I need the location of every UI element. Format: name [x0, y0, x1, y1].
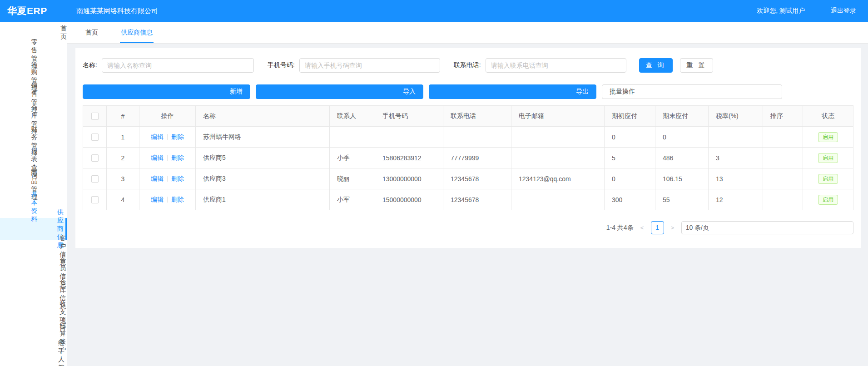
row-index: 4: [107, 189, 139, 210]
welcome-text: 欢迎您, 测试用户: [757, 7, 805, 15]
edit-link[interactable]: 编辑: [151, 175, 164, 182]
bell-icon[interactable]: [734, 7, 741, 15]
import-button-label: 导入: [403, 88, 416, 96]
add-button-label: 新增: [230, 88, 243, 96]
cell-begin-payable: 300: [605, 189, 655, 210]
cell-contact: 小军: [330, 189, 375, 210]
chevron-down-icon: [42, 67, 67, 86]
report-icon: [8, 153, 27, 174]
sidebar-subitem-label: 经手人管理: [58, 339, 67, 366]
page-size-select[interactable]: 10 条/页: [681, 221, 853, 234]
add-button[interactable]: 新增: [83, 84, 250, 99]
sidebar-subitem-handler[interactable]: 经手人管理: [0, 349, 67, 366]
row-checkbox[interactable]: [91, 154, 99, 162]
cell-end-payable: 55: [655, 189, 709, 210]
cell-begin-payable: 0: [605, 168, 655, 189]
cell-phone: 13000000000: [375, 168, 443, 189]
export-button-label: 导出: [576, 88, 589, 96]
column-header: 状态: [803, 106, 853, 127]
chevron-down-icon: [638, 24, 774, 160]
purchase-icon: [8, 66, 27, 87]
delete-link[interactable]: 删除: [171, 154, 184, 161]
divider: [167, 134, 168, 140]
row-checkbox[interactable]: [91, 196, 99, 203]
logout-button[interactable]: 退出登录: [820, 7, 856, 15]
cell-telephone: 12345678: [443, 189, 511, 210]
pagination: 1-4 共4条 < 1 > 10 条/页: [83, 221, 853, 234]
edit-link[interactable]: 编辑: [151, 154, 164, 161]
doc-icon: [17, 341, 54, 366]
prev-page-button[interactable]: <: [638, 224, 646, 231]
cell-email: [511, 189, 605, 210]
cell-email: 1234123@qq.com: [511, 168, 605, 189]
logout-icon: [820, 7, 828, 15]
next-page-button[interactable]: >: [669, 224, 677, 231]
sidebar-item-label: 首页: [60, 25, 67, 41]
bank-icon[interactable]: [710, 7, 718, 15]
status-badge: 启用: [818, 132, 838, 142]
row-checkbox[interactable]: [91, 175, 99, 183]
chevron-down-icon: [42, 176, 67, 195]
app-logo: 华夏ERP: [0, 5, 67, 17]
edit-link[interactable]: 编辑: [151, 133, 164, 140]
chevron-down-icon: [42, 132, 67, 151]
row-index: 3: [107, 168, 139, 189]
pagination-total: 1-4 共4条: [606, 224, 634, 232]
row-checkbox[interactable]: [91, 134, 99, 141]
delete-link[interactable]: 删除: [171, 196, 184, 203]
import-icon: [263, 24, 400, 160]
sale-icon: [8, 88, 27, 109]
company-name: 南通某某网络科技有限公司: [67, 7, 158, 15]
search-icon[interactable]: [687, 7, 695, 15]
page-number-button[interactable]: 1: [651, 221, 664, 234]
export-button[interactable]: 导出: [429, 84, 596, 99]
select-all-checkbox[interactable]: [91, 113, 99, 120]
chevron-down-icon: [42, 154, 67, 173]
finance-icon: [8, 132, 27, 152]
divider: [167, 197, 168, 203]
delete-link[interactable]: 删除: [171, 175, 184, 182]
cell-end-payable: 106.15: [655, 168, 709, 189]
batch-operations-button[interactable]: 批量操作: [602, 84, 782, 99]
retail-icon: [8, 45, 27, 65]
divider: [167, 155, 168, 161]
delete-link[interactable]: 删除: [171, 133, 184, 140]
divider: [167, 176, 168, 182]
chevron-down-icon: [42, 45, 67, 64]
export-icon: [436, 24, 573, 160]
goods-icon: [8, 175, 27, 196]
top-header: 华夏ERP 南通某某网络科技有限公司 欢迎您, 测试用户 退出登录: [0, 0, 868, 22]
cell-telephone: 12345678: [443, 168, 511, 189]
page-size-value: 10 条/页: [686, 224, 709, 232]
supplier-panel: 名称: 手机号码: 联系电话: 查 询 重 置 新增 导入: [75, 48, 861, 248]
action-toolbar: 新增 导入 导出 批量操作: [83, 84, 853, 99]
cell-name: 供应商3: [196, 168, 330, 189]
warehouse-icon: [8, 110, 27, 130]
logout-label: 退出登录: [831, 7, 856, 15]
cell-phone: 15000000000: [375, 189, 443, 210]
cell-contact: 晓丽: [330, 168, 375, 189]
cell-name: 供应商1: [196, 189, 330, 210]
main-content: 首页 供应商信息 名称: 手机号码: 联系电话: 查 询 重 置 新增: [67, 22, 868, 366]
chevron-down-icon: [713, 160, 849, 296]
sidebar: 首页零售管理采购管理销售管理仓库管理财务管理报表查询商品管理基本资料供应商信息客…: [0, 22, 67, 366]
import-button[interactable]: 导入: [256, 84, 423, 99]
chevron-down-icon: [42, 89, 67, 108]
edit-link[interactable]: 编辑: [151, 196, 164, 203]
chevron-down-icon: [42, 110, 67, 129]
batch-operations-label: 批量操作: [610, 88, 635, 96]
